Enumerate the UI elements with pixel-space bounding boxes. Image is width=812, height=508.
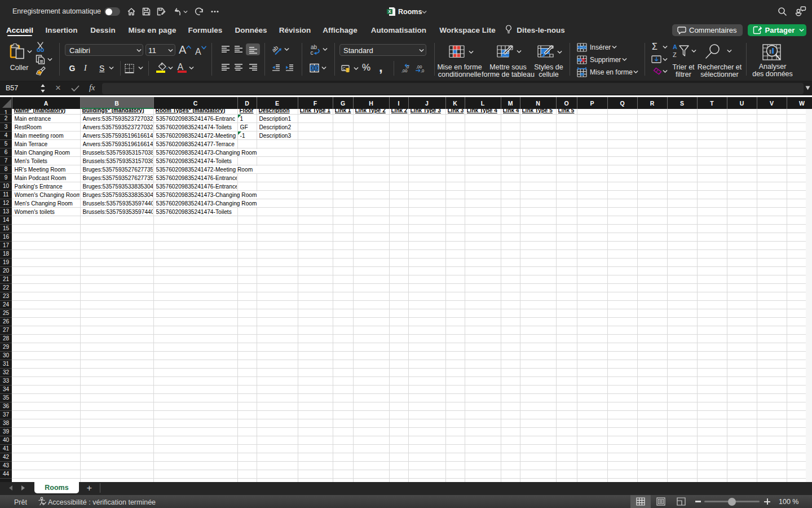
svg-text:X: X xyxy=(388,9,391,14)
svg-text:A: A xyxy=(673,43,677,50)
svg-text:Z: Z xyxy=(673,51,677,58)
svg-text:c: c xyxy=(311,50,314,56)
svg-text:C: C xyxy=(343,67,346,71)
